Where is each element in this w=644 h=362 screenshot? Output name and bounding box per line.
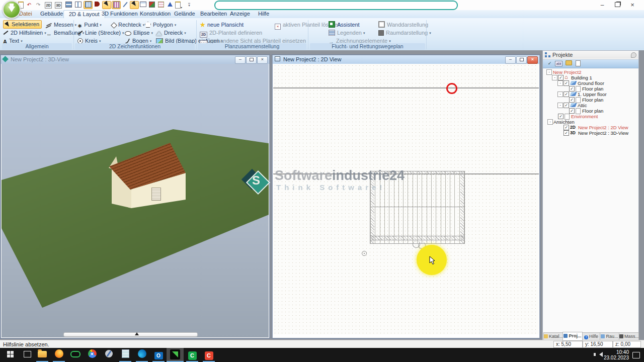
- file-explorer-icon[interactable]: [36, 349, 48, 360]
- tree-item-label[interactable]: Building 1: [571, 75, 592, 80]
- ribbon-button-2d-planteil[interactable]: 2D2D-Planteil definieren: [200, 29, 262, 37]
- task-view-button[interactable]: [21, 349, 33, 360]
- guide-point-marker[interactable]: [446, 83, 457, 94]
- guide-line-horizontal[interactable]: [273, 87, 539, 88]
- ribbon-button-rechteck[interactable]: Rechteck▾: [112, 21, 144, 29]
- window-3d-close-button[interactable]: ×: [257, 56, 268, 64]
- tree-checkbox[interactable]: ✓: [564, 130, 569, 136]
- app-close-button[interactable]: ×: [625, 1, 640, 11]
- window-2d-restore-button[interactable]: [516, 56, 527, 64]
- cursor-tool-icon[interactable]: [130, 1, 139, 9]
- tree-expand-icon[interactable]: -: [557, 103, 563, 108]
- apply-check-icon[interactable]: ✓: [546, 60, 553, 67]
- tree-item-label[interactable]: Attic: [578, 103, 587, 108]
- window-3d-minimize-button[interactable]: –: [235, 56, 246, 64]
- tree-checkbox[interactable]: ✓: [558, 75, 564, 80]
- messenger-pill-icon[interactable]: [69, 349, 82, 360]
- copy-page-icon[interactable]: ▾: [175, 2, 183, 9]
- grid-toggle-icon[interactable]: [84, 1, 93, 9]
- tree-expand-icon[interactable]: -: [552, 75, 557, 80]
- cad-app-icon[interactable]: [169, 349, 181, 360]
- pin-icon[interactable]: [631, 52, 636, 58]
- ribbon-button-polygon[interactable]: Polygon▾: [145, 21, 176, 29]
- plan-flag-icon[interactable]: [148, 2, 156, 9]
- tree-checkbox[interactable]: ✓: [569, 86, 575, 92]
- ribbon-button-dreieck[interactable]: Dreieck▾: [156, 29, 186, 37]
- ribbon-button-punkt[interactable]: ∗Punkt▾: [77, 21, 102, 29]
- redo-icon[interactable]: ↷: [34, 2, 42, 9]
- plan-grid-icon[interactable]: [157, 2, 165, 9]
- window-2d-titlebar[interactable]: New Project2 : 2D View –×: [273, 55, 539, 64]
- window-3d-restore-button[interactable]: [246, 56, 257, 64]
- new-window-icon[interactable]: [139, 2, 147, 9]
- taskbar-clock[interactable]: 10:40 23.02.2023: [604, 349, 629, 360]
- firefox-icon[interactable]: [53, 349, 65, 360]
- tree-item-label[interactable]: Floor plan: [582, 97, 603, 103]
- vertical-split-icon[interactable]: [74, 2, 82, 9]
- tree-item-label[interactable]: Environment: [571, 114, 598, 119]
- horizontal-split-icon[interactable]: [64, 2, 72, 9]
- qat-overflow-icon[interactable]: ▾: [185, 2, 193, 9]
- camtasia-icon[interactable]: C: [186, 349, 198, 360]
- 2d-drawing-canvas[interactable]: [273, 64, 539, 334]
- ribbon-button-legenden[interactable]: Legenden▾: [329, 29, 365, 37]
- window-2d-close-button[interactable]: ×: [527, 56, 538, 64]
- new-page-icon[interactable]: [574, 60, 582, 67]
- ribbon-button-neue-plansicht[interactable]: neue Plansicht: [200, 21, 244, 29]
- columns-tool-icon[interactable]: [112, 1, 121, 9]
- tree-item-label[interactable]: 1. Upper floor: [578, 92, 607, 97]
- tree-checkbox[interactable]: ✓: [564, 92, 569, 97]
- tree-item-label[interactable]: Ground floor: [578, 80, 604, 86]
- tree-item-label[interactable]: New Project2 : 3D-View: [578, 130, 628, 136]
- window-3d-titlebar[interactable]: New Project2 : 3D-View –×: [1, 55, 269, 64]
- notification-center-icon[interactable]: [632, 352, 640, 358]
- tree-item-label[interactable]: Floor plan: [582, 86, 603, 92]
- ribbon-button-assistent[interactable]: Assistent: [329, 21, 360, 29]
- tree-checkbox[interactable]: ✓: [569, 108, 575, 114]
- start-button[interactable]: [4, 349, 16, 360]
- tree-item-label[interactable]: Ansichten: [553, 119, 575, 125]
- tree-checkbox[interactable]: ✓: [558, 114, 564, 119]
- ribbon-button-ellipse[interactable]: Ellipse▾: [125, 29, 153, 37]
- tree-expand-icon[interactable]: -: [557, 80, 563, 86]
- select-box-icon[interactable]: [102, 1, 111, 9]
- tree-checkbox[interactable]: ✓: [564, 125, 569, 130]
- ribbon-button-raumdarstellung[interactable]: Raumdarstellung▾: [378, 29, 431, 37]
- ribbon-button-2d-hilfslinien[interactable]: 2D Hilfslinien▾: [3, 29, 46, 37]
- app-menu-button[interactable]: [3, 1, 21, 19]
- ribbon-button-linie[interactable]: Linie (Strecke)▾: [77, 29, 124, 37]
- outlook-icon[interactable]: O: [152, 349, 165, 360]
- volume-icon[interactable]: [599, 352, 603, 357]
- app-minimize-button[interactable]: –: [595, 1, 610, 11]
- tree-expand-icon[interactable]: -: [547, 119, 553, 125]
- design-tool-icon[interactable]: [103, 349, 115, 360]
- tree-checkbox[interactable]: ✓: [569, 97, 575, 103]
- ribbon-button-wanddarstellung[interactable]: Wanddarstellung: [378, 21, 428, 29]
- 3d-view-icon[interactable]: 3D: [54, 2, 62, 9]
- tree-checkbox[interactable]: ✓: [564, 103, 569, 108]
- folder-settings-icon[interactable]: [565, 60, 573, 67]
- ribbon-button-selektieren[interactable]: Selektieren: [3, 20, 42, 29]
- redline-tool-icon[interactable]: [93, 2, 101, 9]
- titlebar-input-box[interactable]: [214, 1, 458, 10]
- tab-anzeige[interactable]: Anzeige: [225, 10, 255, 18]
- notepad-icon[interactable]: [119, 349, 131, 360]
- chrome-icon[interactable]: [86, 349, 98, 360]
- tree-item-label[interactable]: Floor plan: [582, 108, 603, 114]
- tree-checkbox[interactable]: ✓: [564, 80, 569, 86]
- panel-tab-projekte[interactable]: Proj...: [562, 332, 583, 341]
- tree-item-label[interactable]: New Project2 : 2D View: [578, 125, 628, 130]
- drafting-tool-icon[interactable]: [121, 2, 129, 9]
- tree-expand-icon[interactable]: -: [557, 92, 563, 97]
- undo-icon[interactable]: ↶: [25, 2, 33, 9]
- 3d-view-slider[interactable]: [63, 332, 198, 337]
- red-app-icon[interactable]: C: [203, 349, 215, 360]
- window-2d-minimize-button[interactable]: –: [505, 56, 516, 64]
- reference-point-symbol[interactable]: [362, 251, 367, 256]
- rename-icon[interactable]: abl: [555, 60, 562, 67]
- app-restore-button[interactable]: [610, 1, 625, 11]
- edge-icon[interactable]: [136, 349, 148, 360]
- eraser-wedge-icon[interactable]: [166, 2, 174, 9]
- ribbon-button-messen[interactable]: Messen▾: [46, 21, 76, 29]
- tab-hilfe[interactable]: Hilfe: [253, 10, 274, 18]
